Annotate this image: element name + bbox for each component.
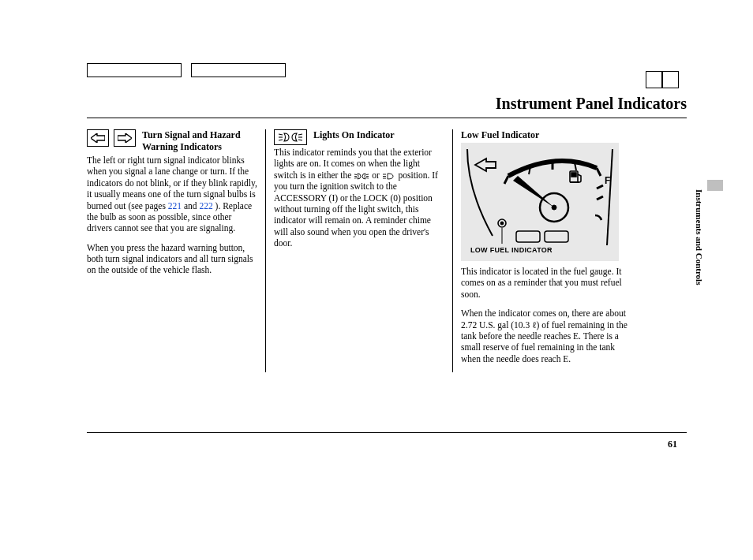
column-low-fuel: Low Fuel Indicator [453,129,631,372]
figure-caption: LOW FUEL INDICATOR [470,246,553,255]
svg-rect-34 [516,231,540,242]
svg-line-10 [354,177,357,178]
section-label: Instruments and Controls [695,189,704,285]
lo-mid1: or [369,170,381,180]
page-number: 61 [668,439,677,450]
corner-marker [646,71,679,88]
svg-line-33 [597,196,603,200]
section-thumb-tab [707,180,723,191]
headlight-glyph-icon [382,172,396,180]
svg-line-17 [504,176,508,184]
turn-signal-icons [87,129,136,147]
low-fuel-body-1: This indicator is located in the fuel ga… [461,266,631,300]
fuel-gauge-figure: F LOW FUEL INDICATOR [461,143,619,261]
title-rule [87,118,687,118]
svg-line-4 [279,140,283,140]
heading-turn-signal: Turn Signal and Hazard Warning Indicator… [87,129,257,153]
lo-p1b: position. If you turn the ignition switc… [274,170,438,248]
top-box-1 [87,63,182,77]
svg-rect-35 [545,231,568,242]
lights-on-icon [274,129,307,145]
column-lights-on: Lights On Indicator This indicator remin… [266,129,452,372]
low-fuel-body-2: When the indicator comes on, there are a… [461,308,631,364]
ts-mid: and [182,201,199,211]
left-arrow-icon [87,129,109,147]
corner-square-2 [661,71,679,88]
svg-line-13 [366,177,369,178]
lights-on-icon-row [274,129,307,145]
page-title: Instrument Panel Indicators [87,95,687,113]
svg-line-2 [279,134,283,135]
top-box-2 [191,63,286,77]
svg-line-7 [298,140,302,140]
svg-marker-27 [513,176,554,207]
svg-line-5 [298,134,302,135]
svg-line-11 [366,174,369,175]
turn-signal-body-1: The left or right turn signal indicator … [87,155,257,234]
top-placeholder-boxes [87,63,687,77]
parking-light-glyph-icon [354,172,369,180]
fuel-gauge-svg: F [461,143,619,261]
gauge-F-label: F [605,175,610,186]
heading-lights-on: Lights On Indicator [274,129,444,145]
page-link-222[interactable]: 222 [199,201,212,211]
page-link-221[interactable]: 221 [168,201,182,211]
svg-point-30 [500,222,504,225]
svg-rect-23 [571,173,576,177]
footer-rule [87,432,687,433]
column-turn-signal: Turn Signal and Hazard Warning Indicator… [87,129,265,372]
svg-marker-28 [475,159,496,171]
svg-marker-1 [118,133,132,143]
corner-square-1 [646,71,663,88]
svg-line-8 [354,174,357,175]
page-body: Instrument Panel Indicators [87,63,687,372]
heading-low-fuel: Low Fuel Indicator [461,129,631,141]
right-arrow-icon [114,129,136,147]
content-columns: Turn Signal and Hazard Warning Indicator… [87,129,687,372]
svg-line-32 [597,185,603,189]
svg-line-21 [597,168,601,176]
lights-on-body: This indicator reminds you that the exte… [274,147,444,248]
svg-marker-0 [91,133,105,143]
turn-signal-body-2: When you press the hazard warning button… [87,242,257,276]
heading-text-low-fuel: Low Fuel Indicator [461,129,631,141]
